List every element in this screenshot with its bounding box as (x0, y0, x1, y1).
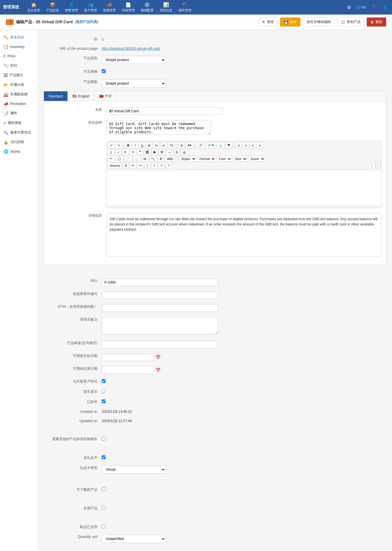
nav-products[interactable]: 📦 产品目录 (44, 1, 61, 14)
product-url-link[interactable]: http://localhost:9004/5-virtual-gift-car… (102, 47, 160, 51)
cut-button[interactable]: ✂ (108, 156, 115, 162)
user-avatar[interactable]: 👤 (381, 3, 389, 11)
start-date-input[interactable] (102, 353, 154, 361)
product-template-select[interactable]: Simple product (102, 79, 166, 88)
settings-icon[interactable]: ⚙ (346, 3, 352, 11)
editor-expand[interactable]: ⤢ (158, 162, 165, 168)
sidebar-item-attributes[interactable]: 📝 属性 (0, 109, 38, 118)
save-continue-button[interactable]: 保存并继续编辑 (303, 17, 335, 26)
editor-back[interactable]: ⟨ (144, 162, 151, 168)
paste-word-button[interactable]: W (141, 156, 148, 162)
sidebar-item-stores[interactable]: 🌐 Stores (0, 147, 38, 156)
copy-tb-button[interactable]: 📋 (115, 156, 123, 162)
text-dir-button[interactable]: ⇄ (158, 156, 164, 162)
end-date-input[interactable] (102, 366, 154, 374)
visible-checkbox[interactable] (102, 69, 106, 73)
fontcolor-button[interactable]: A (179, 143, 185, 148)
copy-button[interactable]: 📋 复制产品 (337, 17, 364, 26)
outdent-button[interactable]: ⇤ (122, 149, 129, 155)
link-button[interactable]: 🔗 (197, 142, 205, 148)
format-select[interactable]: Format (197, 156, 216, 162)
gtin-input[interactable] (102, 304, 218, 312)
admin-note-input[interactable] (102, 317, 218, 335)
sidebar-item-seo[interactable]: 🔍 被索引擎优化 (0, 128, 38, 137)
font-select[interactable]: Font (216, 156, 232, 162)
editor-forward[interactable]: ⟩ (151, 162, 158, 168)
zoom-select[interactable]: Zoom (248, 156, 265, 162)
subscript-button[interactable]: x₂ (153, 142, 160, 148)
sidebar-item-images[interactable]: 🖼 产品图片 (0, 70, 38, 80)
sidebar-item-basic-info[interactable]: ✏️ 基本信息 (0, 33, 38, 42)
manufacturer-part-input[interactable] (102, 292, 218, 299)
gift-type-select[interactable]: Virtual (102, 465, 166, 474)
homepage-checkbox[interactable] (102, 389, 106, 393)
editor-shrink[interactable]: ⤡ (165, 162, 172, 168)
bold-button[interactable]: B (125, 143, 131, 148)
nav-promotion[interactable]: 📣 促销管理 (101, 1, 118, 14)
sidebar-item-inventory[interactable]: 📋 Inventory (0, 42, 38, 51)
italic-button[interactable]: I (132, 143, 138, 148)
sidebar-item-attr-spec[interactable]: ≡ 属性规格 (0, 118, 38, 128)
sidebar-item-category[interactable]: 📂 所属分类 (0, 80, 38, 90)
nav-system[interactable]: 📊 系统信息 (157, 1, 175, 14)
product-tags-input[interactable] (102, 341, 218, 348)
tab-standard[interactable]: Standard (44, 91, 68, 101)
unlink-button[interactable]: 🔗✕ (205, 142, 216, 148)
image-button[interactable]: 🖼 (144, 149, 151, 155)
is-gift-checkbox[interactable] (102, 455, 106, 459)
print-button[interactable]: 🖨 (181, 149, 188, 155)
allow-reviews-checkbox[interactable] (102, 379, 106, 383)
size-select[interactable]: Size (232, 156, 247, 162)
source-button[interactable]: Source (108, 163, 122, 168)
removeformat-button[interactable]: Tx (168, 143, 175, 148)
tab-chinese[interactable]: 🇨🇳 中文 (95, 91, 117, 101)
editor-undo2[interactable]: ↩ (130, 162, 136, 168)
paste-button[interactable]: 📄 (124, 156, 132, 162)
table-button[interactable]: ⊞ (158, 149, 165, 155)
editor-fullscreen[interactable]: ⛶ (373, 163, 380, 168)
help-icon[interactable]: ❓ (370, 3, 378, 11)
editor-content-area[interactable] (107, 170, 381, 205)
align-right-button[interactable]: ≡ (250, 143, 256, 148)
save-button[interactable]: 💾 保存 (280, 17, 300, 26)
nav-shop[interactable]: ⚙️ 商城配置 (138, 1, 156, 14)
hr-button[interactable]: — (166, 149, 173, 155)
end-calendar-icon[interactable]: 📅 (156, 368, 161, 372)
editor-btn-a[interactable]: A (123, 163, 129, 168)
sidebar-item-promotion[interactable]: 📣 Promotion (0, 99, 38, 109)
sidebar-item-price[interactable]: € Price (0, 51, 38, 61)
sidebar-item-access[interactable]: 🔒 访问控制 (0, 137, 38, 147)
requires-other-checkbox[interactable] (102, 437, 106, 440)
downloadable-checkbox[interactable] (102, 487, 106, 491)
align-center-button[interactable]: ≡ (243, 143, 249, 148)
nav-dashboard[interactable]: 🏠 后台首页 (25, 1, 42, 14)
product-type-select[interactable]: Simple product (102, 56, 166, 64)
shipping-checkbox[interactable] (102, 525, 106, 528)
superscript-button[interactable]: x² (161, 143, 167, 148)
detail-editor[interactable]: Gift Cards must be redeemed through our … (106, 213, 382, 257)
undo-button[interactable]: ↩ (108, 142, 115, 148)
underline-button[interactable]: U (139, 143, 145, 148)
qty-unit-select[interactable]: Unspecified (102, 535, 166, 543)
language-icon[interactable]: 🌐 CN (355, 4, 367, 10)
strikethrough-button[interactable]: S (146, 143, 152, 148)
editor-redo2[interactable]: ↪ (137, 162, 144, 168)
name-input[interactable] (106, 107, 223, 115)
published-checkbox[interactable] (102, 399, 106, 403)
spell-button[interactable]: ABC (165, 156, 176, 162)
blockquote-button[interactable]: ❝ (137, 149, 143, 155)
preview-button[interactable]: 👁 预览 (258, 17, 278, 26)
sku-input[interactable] (102, 279, 218, 286)
anchor-button[interactable]: ⚓ (217, 142, 225, 148)
align-left-button[interactable]: ≡ (236, 143, 242, 148)
delete-button[interactable]: 🗑 删除 (367, 17, 386, 26)
indent-button[interactable]: ⇥ (129, 149, 136, 155)
nav-sales[interactable]: 👤 销售管理 (63, 1, 80, 14)
tab-english[interactable]: 🇺🇸 English (68, 91, 95, 101)
start-calendar-icon[interactable]: 📅 (156, 355, 161, 360)
unordered-list-button[interactable]: • (115, 149, 122, 155)
nav-customers[interactable]: 👥 客户管理 (82, 1, 99, 14)
align-justify-button[interactable]: ≡ (256, 143, 263, 148)
short-desc-input[interactable]: $5 Gift Card. Gift Cards must be redeeme… (106, 120, 211, 135)
recurring-checkbox[interactable] (102, 506, 106, 510)
